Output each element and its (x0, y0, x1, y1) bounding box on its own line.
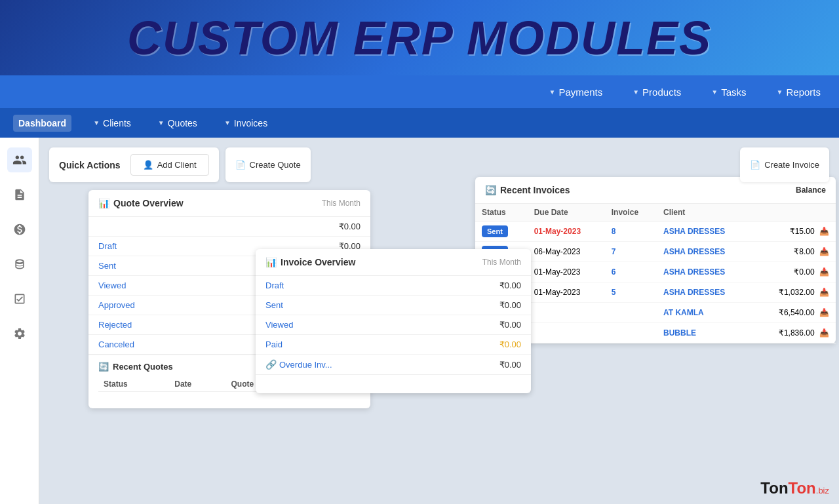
balance-cell: ₹8.00 📥 (754, 242, 836, 262)
table-row: Paid ₹0.00 (256, 335, 531, 355)
col-date: Date (169, 377, 225, 392)
col-status: Status (475, 204, 528, 222)
main-area: Quick Actions 👤 Add Client 📄 Create Quot… (0, 138, 839, 504)
due-date-cell: 01-May-2023 (528, 282, 605, 303)
invoice-period-label: This Month (482, 258, 521, 267)
invoice-card-header: 📊 Invoice Overview This Month (256, 249, 531, 276)
client-name-cell[interactable]: AT KAMLA (657, 303, 754, 323)
user-add-icon: 👤 (143, 160, 153, 170)
page-title: CUSTOM ERP MODULES (127, 11, 712, 65)
sidebar-icon-database[interactable] (7, 252, 32, 277)
col-status: Status (98, 377, 169, 392)
arrow-icon: ▼ (93, 119, 100, 126)
overdue-icon: 🔗 (265, 359, 277, 370)
sidebar-icon-settings[interactable] (7, 321, 32, 346)
arrow-icon: ▼ (158, 119, 165, 126)
nav-bottom: Dashboard ▼ Clients ▼ Quotes ▼ Invoices (0, 108, 839, 138)
col-due-date: Due Date (528, 204, 605, 222)
client-name-cell[interactable]: ASHA DRESSES (657, 282, 754, 303)
table-row: 🔗 Overdue Inv... ₹0.00 (256, 355, 531, 375)
invoice-overview-title: 📊 Invoice Overview (265, 257, 355, 267)
invoice-overview-table: Draft ₹0.00 Sent ₹0.00 Viewed ₹0.00 Paid… (256, 276, 531, 375)
sidebar-icon-coin[interactable] (7, 217, 32, 242)
due-date-cell (528, 303, 605, 323)
table-row: Viewed ₹0.00 (256, 315, 531, 335)
nav-tasks[interactable]: ▼ Tasks (706, 83, 751, 101)
nav-dashboard[interactable]: Dashboard (13, 115, 71, 132)
nav-top: ▼ Payments ▼ Products ▼ Tasks ▼ Reports (0, 75, 839, 108)
branding: TonTon.biz (760, 479, 829, 497)
bar-chart2-icon: 📊 (265, 257, 277, 267)
due-date-cell: 06-May-2023 (528, 242, 605, 262)
balance-cell: ₹1,032.00 📥 (754, 282, 836, 303)
due-date-cell (528, 323, 605, 343)
status-badge: Sent (475, 222, 528, 242)
bar-chart-icon: 📊 (98, 198, 109, 208)
quick-actions-title: Quick Actions (59, 160, 121, 170)
nav-reports[interactable]: ▼ Reports (771, 83, 826, 101)
balance-cell: ₹1,836.00 📥 (754, 323, 836, 343)
balance-cell: ₹6,540.00 📥 (754, 303, 836, 323)
nav-invoices[interactable]: ▼ Invoices (219, 115, 273, 132)
arrow-icon: ▼ (711, 88, 718, 96)
col-client: Client (657, 204, 754, 222)
pdf-download-icon[interactable]: 📥 (819, 267, 829, 277)
refresh2-icon: 🔄 (485, 185, 496, 195)
create-quote-button[interactable]: 📄 Create Quote (235, 160, 301, 170)
col-invoice: Invoice (605, 204, 657, 222)
arrow-icon: ▼ (549, 88, 556, 96)
invoice-number-cell: 7 (605, 242, 657, 262)
nav-products[interactable]: ▼ Products (627, 83, 686, 101)
add-client-button[interactable]: 👤 Add Client (130, 154, 209, 176)
invoice-number-cell (605, 323, 657, 343)
invoice-number-cell (605, 303, 657, 323)
arrow-icon: ▼ (224, 119, 231, 126)
col-balance (754, 204, 836, 222)
this-month-label: This Month (322, 199, 361, 208)
table-row (98, 392, 361, 405)
recent-invoices-title: 🔄 Recent Invoices (485, 185, 570, 195)
due-date-cell: 01-May-2023 (528, 262, 605, 282)
content-area: Quick Actions 👤 Add Client 📄 Create Quot… (39, 138, 839, 504)
invoice-doc-icon: 📄 (750, 160, 760, 170)
table-row: Sent ₹0.00 (256, 296, 531, 315)
balance-header: Balance (796, 185, 826, 195)
arrow-icon: ▼ (633, 88, 639, 96)
client-name-cell[interactable]: ASHA DRESSES (657, 262, 754, 282)
table-row: Sent01-May-20238ASHA DRESSES₹15.00 📥 (475, 222, 836, 242)
nav-payments[interactable]: ▼ Payments (544, 83, 608, 101)
invoice-number-cell: 5 (605, 282, 657, 303)
create-invoice-button[interactable]: 📄 Create Invoice (750, 160, 819, 170)
nav-clients[interactable]: ▼ Clients (88, 115, 136, 132)
invoice-overview-card: 📊 Invoice Overview This Month Draft ₹0.0… (256, 249, 531, 393)
pdf-download-icon[interactable]: 📥 (819, 227, 829, 236)
pdf-download-icon[interactable]: 📥 (819, 308, 829, 317)
arrow-icon: ▼ (777, 88, 783, 96)
due-date-cell: 01-May-2023 (528, 222, 605, 242)
pdf-download-icon[interactable]: 📥 (819, 328, 829, 338)
client-name-cell[interactable]: ASHA DRESSES (657, 242, 754, 262)
pdf-download-icon[interactable]: 📥 (819, 288, 829, 297)
sidebar (0, 138, 39, 504)
nav-quotes[interactable]: ▼ Quotes (153, 115, 203, 132)
invoice-number-cell: 6 (605, 262, 657, 282)
quote-card-header: 📊 Quote Overview This Month (88, 190, 370, 217)
brand-suffix: .biz (816, 486, 829, 495)
table-row: ₹0.00 (88, 217, 370, 237)
sidebar-icon-users[interactable] (7, 147, 32, 172)
document-icon: 📄 (235, 160, 246, 170)
table-header-row: Status Due Date Invoice Client (475, 204, 836, 222)
sidebar-icon-check[interactable] (7, 286, 32, 311)
brand-name: TonTon (760, 479, 815, 497)
invoice-number-cell: 8 (605, 222, 657, 242)
balance-cell: ₹15.00 📥 (754, 222, 836, 242)
quote-overview-title: 📊 Quote Overview (98, 198, 184, 208)
client-name-cell[interactable]: ASHA DRESSES (657, 222, 754, 242)
pdf-download-icon[interactable]: 📥 (819, 247, 829, 256)
header-banner: CUSTOM ERP MODULES (0, 0, 839, 75)
sidebar-icon-document[interactable] (7, 182, 32, 207)
refresh-icon: 🔄 (98, 362, 109, 372)
balance-cell: ₹0.00 📥 (754, 262, 836, 282)
table-row: Draft ₹0.00 (256, 276, 531, 296)
client-name-cell[interactable]: BUBBLE (657, 323, 754, 343)
